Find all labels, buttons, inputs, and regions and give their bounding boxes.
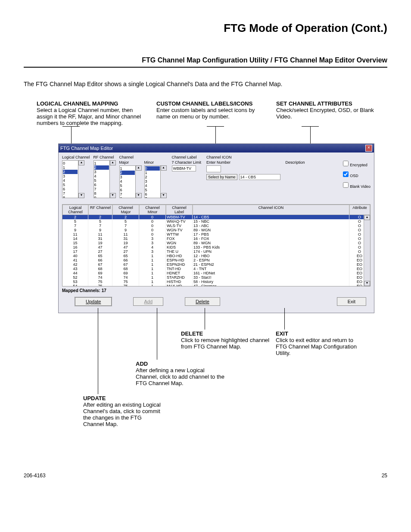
table-row[interactable]: 5375751HISTHD58 - HistoryEO [62,280,370,284]
callout-logical: LOGICAL CHANNEL MAPPING Select a Logical… [37,100,148,126]
table-row[interactable]: 1111110WTTW17 - PBSO [62,232,370,236]
icon-desc-input[interactable]: 14 - CBS [239,174,280,180]
scrollbar[interactable]: ▲ ▼ [364,215,370,286]
add-button[interactable]: Add [133,297,163,306]
table-row[interactable]: 2220WBBM-TV14 - CBSO [62,215,370,219]
exit-button[interactable]: Exit [337,297,366,306]
table-row[interactable]: 5475751MAX-HD47 - CinemaxEO [62,284,370,286]
footer-right: 25 [382,473,387,479]
callout-update: UPDATEAfter editing an existing Logical … [83,395,161,427]
table-row[interactable]: 7770WLS-TV13 - ABCO [62,224,370,228]
list-logical[interactable]: 0123456789 [62,160,78,198]
up-icon[interactable]: ▲ [161,165,167,171]
callout-setattr: SET CHANNEL ATTRIBUTES Check/select Encr… [276,100,387,126]
callout-add: ADDAfter defining a new Logical Channel,… [136,361,226,386]
icon-number-input[interactable] [206,165,221,172]
osd-checkbox[interactable]: OSD [341,170,371,178]
table-row[interactable]: 1519193WGN89 - WGNO [62,241,370,245]
page-title: FTG Mode of Operation (Cont.) [24,22,387,35]
label-rf: RF Channel [93,155,114,159]
callout-custom: CUSTOM CHANNEL LABELS/ICONS Enter custom… [156,100,268,126]
label-logical: Logical Channel [62,155,90,159]
list-major[interactable]: 123456789 [119,165,136,198]
close-icon[interactable]: × [365,145,372,152]
intro-text: The FTG Channel Map Editor shows a singl… [24,81,387,87]
up-icon[interactable]: ▲ [136,165,142,171]
down-icon[interactable]: ▼ [136,193,142,198]
callout-delete: DELETEClick to remove highlighted channe… [181,330,271,350]
down-icon[interactable]: ▼ [78,193,84,198]
list-minor[interactable]: 012345678 [144,165,161,198]
update-button[interactable]: Update [75,297,112,306]
callout-exit: EXITClick to exit editor and return to F… [276,330,362,356]
delete-button[interactable]: Delete [185,297,220,306]
table-row[interactable]: 4267671ESPN2HD21 - ESPN2EO [62,262,370,267]
channel-grid: Logical ChannelRF ChannelChannel MajorCh… [62,204,371,286]
table-row[interactable]: 4065651HBO-HD12 - HBOEO [62,254,370,258]
table-row[interactable]: 9990WGN-TV89 - WGNO [62,228,370,232]
table-row[interactable]: 5274741STARZHD33 - Starz!EO [62,275,370,280]
table-row[interactable]: 4166661ESPN-HD2 - ESPNEO [62,258,370,262]
encrypted-checkbox[interactable]: Encrypted [341,159,371,168]
table-row[interactable]: 5550WMAQ-TV15 - NBCO [62,219,370,224]
page-subtitle: FTG Channel Map Configuration Utility / … [24,56,387,64]
up-icon[interactable]: ▲ [78,160,84,165]
down-icon[interactable]: ▼ [364,281,370,286]
divider [24,67,387,68]
down-icon[interactable]: ▼ [161,193,167,198]
table-row[interactable]: 1431313FOX16 - FOXO [62,236,370,241]
editor-window: FTG Channel Map Editor × Logical Channel… [58,143,374,313]
down-icon[interactable]: ▼ [110,193,116,198]
label-channel: Channel [119,155,134,159]
label-icon: Channel ICON [206,155,232,159]
label-clabel: Channel Label [172,155,197,159]
table-row[interactable]: 4368681TNT-HD4 - TNTEO [62,267,370,271]
table-row[interactable]: 4469691HDNET161 - HDNetEO [62,271,370,275]
up-icon[interactable]: ▲ [364,215,370,220]
up-icon[interactable]: ▲ [110,160,116,165]
table-row[interactable]: 1647474KIDS133 - PBS KidsO [62,245,370,249]
blank-checkbox[interactable]: Blank Video [341,181,371,189]
select-by-name-button[interactable]: Select by Name [206,174,237,180]
footer-left: 206-4163 [24,473,46,479]
mapped-count: Mapped Channels: 17 [62,288,371,293]
channel-label-input[interactable]: WBBM-TV [172,165,196,171]
table-row[interactable]: 1727273THE U174 - UPNO [62,249,370,254]
list-rf[interactable]: 12345678910 [93,160,110,198]
window-title: FTG Channel Map Editor [60,146,113,151]
